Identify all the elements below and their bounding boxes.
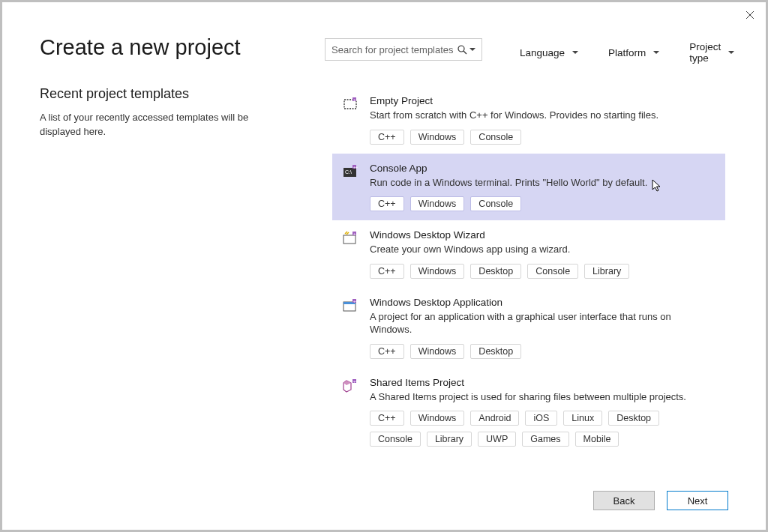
svg-text:++: ++ <box>353 164 358 169</box>
template-name: Console App <box>370 163 715 174</box>
template-item[interactable]: ++Windows Desktop ApplicationA project f… <box>332 288 725 368</box>
template-desc: Run code in a Windows terminal. Prints "… <box>370 176 715 190</box>
template-item[interactable]: ++Shared Items ProjectA Shared Items pro… <box>332 368 725 456</box>
svg-rect-9 <box>344 235 356 244</box>
back-button[interactable]: Back <box>593 491 655 510</box>
caret-down-icon <box>653 51 659 54</box>
template-tags: C++WindowsAndroidiOSLinuxDesktopConsoleL… <box>370 411 715 447</box>
template-name: Shared Items Project <box>370 377 715 388</box>
template-body: Windows Desktop ApplicationA project for… <box>370 297 715 359</box>
template-tag: Console <box>470 130 521 145</box>
filter-language[interactable]: Language <box>520 41 578 64</box>
template-desc: Start from scratch with C++ for Windows.… <box>370 109 715 122</box>
close-icon <box>746 10 754 19</box>
search-box[interactable] <box>325 38 482 61</box>
template-body: Empty ProjectStart from scratch with C++… <box>370 95 715 145</box>
template-tag: Mobile <box>575 432 620 447</box>
svg-text:++: ++ <box>353 378 358 383</box>
template-tag: C++ <box>370 130 404 145</box>
recent-templates-title: Recent project templates <box>40 86 310 102</box>
template-desc: A project for an application with a grap… <box>370 310 715 336</box>
caret-down-icon <box>572 51 578 54</box>
svg-text:C:\: C:\ <box>345 169 352 175</box>
template-tags: C++WindowsDesktopConsoleLibrary <box>370 264 715 279</box>
svg-point-0 <box>458 46 464 52</box>
template-tag: Library <box>427 432 472 447</box>
template-body: Console AppRun code in a Windows termina… <box>370 163 715 212</box>
template-body: Shared Items ProjectA Shared Items proje… <box>370 377 715 447</box>
template-tag: Linux <box>563 411 602 426</box>
template-desc: A Shared Items project is used for shari… <box>370 390 715 404</box>
template-tag: Console <box>370 432 421 447</box>
new-project-dialog: Create a new project Language Platform P… <box>2 2 766 530</box>
template-tag: Desktop <box>470 264 521 279</box>
templates-list[interactable]: ++Empty ProjectStart from scratch with C… <box>332 86 728 457</box>
caret-down-icon <box>470 48 476 51</box>
filter-project-type[interactable]: Project type <box>689 41 734 64</box>
template-tag: iOS <box>525 411 557 426</box>
svg-line-1 <box>464 51 466 54</box>
template-body: Windows Desktop WizardCreate your own Wi… <box>370 229 715 279</box>
template-name: Windows Desktop Application <box>370 297 715 308</box>
template-desc: Create your own Windows app using a wiza… <box>370 243 715 256</box>
template-tag: C++ <box>370 411 404 426</box>
svg-text:++: ++ <box>353 232 358 236</box>
recent-templates-desc: A list of your recently accessed templat… <box>40 111 265 139</box>
filter-row: Language Platform Project type <box>520 41 734 64</box>
template-tag: Windows <box>410 411 465 426</box>
template-tags: C++WindowsConsole <box>370 196 715 211</box>
template-tag: Windows <box>410 264 465 279</box>
filter-project-type-label: Project type <box>689 41 721 64</box>
template-tag: Android <box>470 411 519 426</box>
template-tag: Desktop <box>608 411 659 426</box>
templates-column: ++Empty ProjectStart from scratch with C… <box>332 86 728 530</box>
filter-language-label: Language <box>520 47 565 58</box>
template-tag: C++ <box>370 344 404 359</box>
template-tag: C++ <box>370 196 404 211</box>
template-tag: Windows <box>410 130 465 145</box>
template-item[interactable]: ++Windows Desktop WizardCreate your own … <box>332 220 725 288</box>
filter-platform-label: Platform <box>608 47 646 58</box>
header-row: Create a new project Language Platform P… <box>2 2 766 64</box>
wizard-icon: ++ <box>343 231 359 247</box>
template-tag: Console <box>527 264 578 279</box>
template-tag: Desktop <box>470 344 521 359</box>
template-tags: C++WindowsConsole <box>370 130 715 145</box>
template-tag: Windows <box>410 196 465 211</box>
footer-buttons: Back Next <box>593 491 728 510</box>
search-input[interactable] <box>332 44 458 55</box>
template-item[interactable]: Blank SolutionCreate an empty solution c… <box>332 456 725 457</box>
template-name: Windows Desktop Wizard <box>370 229 715 241</box>
template-name: Empty Project <box>370 95 715 106</box>
main-area: Recent project templates A list of your … <box>2 64 766 530</box>
desktop-app-icon: ++ <box>343 298 359 315</box>
page-title: Create a new project <box>40 35 310 60</box>
template-tag: Library <box>584 264 629 279</box>
template-tags: C++WindowsDesktop <box>370 344 715 359</box>
shared-items-icon: ++ <box>343 378 359 395</box>
caret-down-icon <box>728 51 734 54</box>
template-tag: Console <box>470 196 521 211</box>
svg-text:++: ++ <box>353 298 358 303</box>
filter-platform[interactable]: Platform <box>608 41 659 64</box>
template-tag: Windows <box>410 344 465 359</box>
recent-templates-section: Recent project templates A list of your … <box>40 86 310 530</box>
console-app-icon: C:\++ <box>343 164 359 181</box>
template-tag: C++ <box>370 264 404 279</box>
search-icon <box>458 45 476 55</box>
next-button[interactable]: Next <box>667 491 728 510</box>
svg-text:++: ++ <box>353 97 358 102</box>
template-item[interactable]: C:\++Console AppRun code in a Windows te… <box>332 154 725 221</box>
template-item[interactable]: ++Empty ProjectStart from scratch with C… <box>332 86 725 154</box>
empty-project-icon: ++ <box>343 97 359 113</box>
close-button[interactable] <box>743 8 757 22</box>
template-tag: UWP <box>478 432 516 447</box>
template-tag: Games <box>522 432 568 447</box>
